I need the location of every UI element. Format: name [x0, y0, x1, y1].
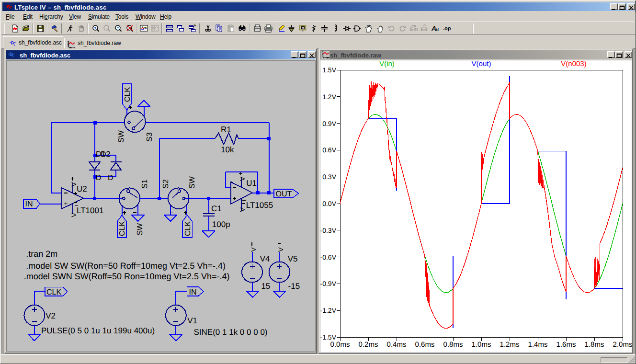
svg-text:SW: SW: [188, 176, 196, 189]
svg-text:LT1055: LT1055: [246, 201, 273, 210]
svg-text:V(out): V(out): [472, 60, 491, 68]
svg-text:U1: U1: [246, 179, 257, 188]
svg-text:V: V: [238, 176, 246, 181]
svg-text:EƎ: EƎ: [420, 27, 428, 33]
svg-text:.model SWN SW(Roff=50 Ron=10me: .model SWN SW(Roff=50 Ron=10meg Vt=2.5 V…: [24, 272, 230, 281]
svg-text:LT1001: LT1001: [77, 206, 103, 215]
svg-text:PULSE(0 5 0 1u 1u 199u 400u): PULSE(0 5 0 1u 1u 199u 400u): [41, 326, 155, 335]
svg-text:0.0V: 0.0V: [322, 200, 336, 207]
svg-text:0.6V: 0.6V: [322, 146, 336, 154]
svg-text:1.4ms: 1.4ms: [528, 341, 548, 349]
svg-text:a: a: [436, 26, 439, 32]
svg-text:-15: -15: [288, 282, 300, 291]
svg-text:D2: D2: [101, 150, 111, 159]
svg-text:1.8ms: 1.8ms: [585, 341, 604, 349]
svg-text:1.0ms: 1.0ms: [472, 341, 491, 349]
svg-text:-0.9V: -0.9V: [320, 280, 337, 287]
svg-text:0.6ms: 0.6ms: [415, 341, 435, 349]
svg-text:-1.5V: -1.5V: [320, 333, 337, 341]
svg-text:IN: IN: [189, 288, 197, 296]
svg-text:1.2ms: 1.2ms: [500, 341, 520, 349]
svg-text:CLK: CLK: [124, 87, 132, 102]
svg-text:V1: V1: [187, 316, 197, 325]
svg-text:CLK: CLK: [118, 221, 126, 236]
svg-text:V(n003): V(n003): [561, 60, 586, 68]
svg-text:D: D: [108, 174, 114, 182]
svg-text:V: V: [277, 247, 284, 252]
svg-text:V: V: [238, 207, 246, 212]
svg-text:0.9V: 0.9V: [322, 120, 336, 127]
svg-text:V4: V4: [260, 254, 270, 263]
svg-text:OUT: OUT: [276, 190, 292, 198]
svg-text:100p: 100p: [212, 220, 230, 229]
svg-text:0.8ms: 0.8ms: [443, 341, 463, 349]
svg-text:R1: R1: [221, 125, 231, 134]
svg-text:SW: SW: [117, 130, 125, 143]
svg-text:D: D: [96, 174, 102, 182]
svg-text:S3: S3: [146, 132, 154, 142]
svg-text:0.0ms: 0.0ms: [330, 341, 350, 349]
svg-text:V2: V2: [45, 311, 56, 320]
svg-text:-0.3V: -0.3V: [320, 227, 337, 234]
svg-text:0.2ms: 0.2ms: [359, 341, 378, 349]
svg-text:1.6ms: 1.6ms: [556, 341, 576, 349]
svg-text:CLK: CLK: [46, 288, 61, 296]
svg-text:0.4ms: 0.4ms: [387, 341, 407, 349]
svg-text:SINE(0 1 1k 0 0 0 0): SINE(0 1 1k 0 0 0 0): [194, 328, 268, 337]
svg-text:Em: Em: [410, 27, 418, 33]
svg-text:2.0ms: 2.0ms: [613, 341, 632, 349]
svg-text:IN: IN: [25, 200, 33, 208]
svg-text:SW: SW: [136, 223, 144, 236]
svg-text:U2: U2: [77, 184, 87, 193]
svg-text:0.3V: 0.3V: [322, 173, 336, 181]
svg-text:.tran 2m: .tran 2m: [26, 249, 57, 259]
svg-text:-0.6V: -0.6V: [320, 253, 337, 261]
svg-text:15: 15: [261, 282, 270, 291]
svg-text:.op: .op: [443, 26, 451, 32]
svg-text:C1: C1: [211, 204, 222, 213]
svg-text:V(in): V(in): [379, 60, 395, 68]
svg-text:S2: S2: [162, 179, 170, 189]
svg-text:.model SW SW(Ron=50 Roff=10meg: .model SW SW(Ron=50 Roff=10meg Vt=2.5 Vh…: [26, 261, 226, 271]
svg-text:S1: S1: [141, 179, 149, 189]
svg-text:1.2V: 1.2V: [322, 93, 336, 101]
svg-text:10k: 10k: [221, 145, 234, 154]
svg-text:V: V: [250, 247, 257, 252]
svg-text:V5: V5: [288, 254, 298, 263]
svg-text:1.5V: 1.5V: [322, 66, 336, 74]
svg-text:-1.2V: -1.2V: [320, 307, 337, 314]
svg-text:CLK: CLK: [184, 221, 192, 236]
